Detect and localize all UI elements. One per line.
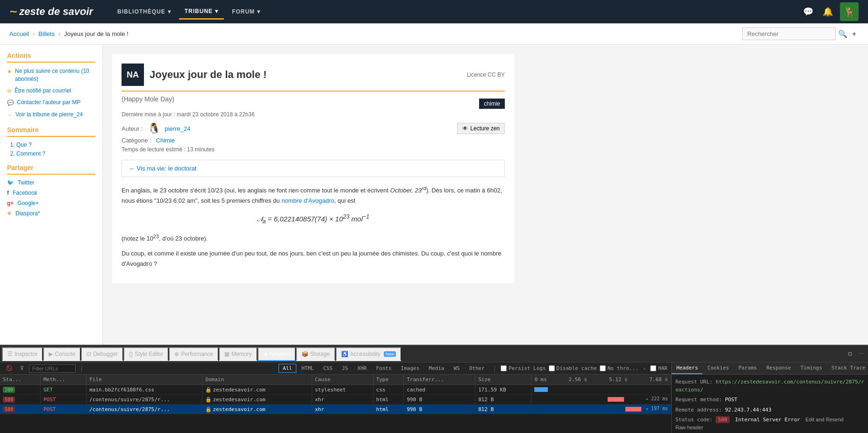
share-twitter[interactable]: 🐦 Twitter bbox=[7, 179, 95, 186]
nav-forum[interactable]: FORUM ▾ bbox=[226, 4, 266, 20]
th-transferred[interactable]: Transferr... bbox=[404, 375, 475, 385]
search-button[interactable]: 🔍 bbox=[836, 27, 850, 41]
chat-icon: 💬 bbox=[7, 99, 14, 107]
performance-icon: ⊕ bbox=[174, 351, 179, 357]
action-mp[interactable]: 💬 Contacter l'auteur par MP bbox=[7, 99, 95, 107]
zen-button[interactable]: 👁 Lecture zen bbox=[457, 123, 505, 134]
tag-chimie[interactable]: chimie bbox=[479, 99, 505, 109]
devtools-close-btn[interactable]: ⋯ bbox=[856, 350, 866, 358]
disable-cache-label[interactable]: Disable cache bbox=[549, 365, 597, 371]
actions-title: Actions bbox=[7, 52, 95, 63]
tab-storage[interactable]: 📦 Storage bbox=[296, 347, 336, 361]
chat-icon-btn[interactable]: 💬 bbox=[801, 4, 816, 19]
tab-network[interactable]: ≋ Network bbox=[258, 347, 296, 361]
toc-item-1[interactable]: Que ? bbox=[16, 142, 95, 148]
article-area: NA Joyeux jour de la mole ! Licence CC B… bbox=[103, 45, 868, 345]
filter-fonts[interactable]: Fonts bbox=[372, 364, 395, 373]
detail-tabs: Headers Cookies Params Response Timings … bbox=[672, 362, 868, 375]
filter-js[interactable]: JS bbox=[337, 364, 352, 373]
persist-logs-label[interactable]: Persist Logs bbox=[501, 365, 545, 371]
prev-nav[interactable]: ← Vis ma vie: le doctorat bbox=[122, 160, 505, 177]
detail-content: Request URL: https://zestedesavoir.com/c… bbox=[672, 375, 868, 433]
th-cause[interactable]: Cause bbox=[312, 375, 373, 385]
th-type[interactable]: Type bbox=[373, 375, 403, 385]
devtools-expand-btn[interactable]: ⊡ bbox=[846, 350, 854, 358]
action-notify[interactable]: ✉ Être notifié par courriel bbox=[7, 87, 95, 95]
network-icon: ≋ bbox=[263, 351, 268, 357]
tab-console[interactable]: ▶ Console bbox=[43, 347, 81, 361]
action-tribune[interactable]: → Voir la tribune de pierre_24 bbox=[7, 111, 95, 119]
add-button[interactable]: + bbox=[850, 28, 859, 41]
filter-xhr[interactable]: XHR bbox=[353, 364, 371, 373]
share-googleplus[interactable]: g+ Google+ bbox=[7, 200, 95, 206]
site-logo[interactable]: ~ zeste de savoir bbox=[9, 4, 93, 19]
detail-tab-response[interactable]: Response bbox=[761, 362, 796, 374]
cell-file: /contenus/suivre/2875/r... bbox=[86, 405, 202, 414]
action-unfollow[interactable]: ★ Ne plus suivre ce contenu (10 abonnés) bbox=[7, 67, 95, 83]
detail-tab-headers[interactable]: Headers bbox=[672, 362, 703, 374]
cell-timeline bbox=[531, 385, 671, 395]
no-throttle-checkbox[interactable] bbox=[600, 365, 606, 371]
filter-images[interactable]: Images bbox=[397, 364, 424, 373]
detail-tab-timings[interactable]: Timings bbox=[796, 362, 826, 374]
har-checkbox[interactable] bbox=[650, 365, 656, 371]
tab-accessibility[interactable]: ♿ Accessibility New bbox=[336, 347, 402, 361]
tab-memory[interactable]: ▦ Memory bbox=[219, 347, 257, 361]
nav-bibliotheque[interactable]: BIBLIOTHÈQUE ▾ bbox=[112, 4, 177, 20]
cell-size: 812 B bbox=[475, 395, 531, 405]
filter-css[interactable]: CSS bbox=[319, 364, 337, 373]
tab-style-editor[interactable]: {} Style Editor bbox=[123, 347, 169, 361]
filter-media[interactable]: Media bbox=[424, 364, 448, 373]
th-status[interactable]: Sta... bbox=[0, 375, 40, 385]
filter-ws[interactable]: WS bbox=[449, 364, 464, 373]
breadcrumb-accueil[interactable]: Accueil bbox=[9, 30, 29, 37]
tab-inspector[interactable]: ☰ Inspector bbox=[2, 347, 43, 361]
breadcrumb-billets[interactable]: Billets bbox=[38, 30, 55, 37]
raw-header-btn[interactable]: Raw header bbox=[675, 425, 703, 430]
googleplus-icon: g+ bbox=[7, 200, 14, 206]
request-method-value: POST bbox=[725, 397, 738, 403]
main-area: Actions ★ Ne plus suivre ce contenu (10 … bbox=[0, 45, 868, 345]
network-table: Sta... Meth... File Domain Cause Type Tr… bbox=[0, 375, 671, 414]
share-diaspora[interactable]: ✳ Diaspora* bbox=[7, 210, 95, 217]
body-p3: Du coup, et comme il existe une journée … bbox=[122, 248, 505, 269]
table-row[interactable]: 500 POST /contenus/suivre/2875/r... 🔒zes… bbox=[0, 405, 671, 414]
har-label[interactable]: HAR bbox=[650, 365, 667, 371]
filter-tabs: All HTML CSS JS XHR Fonts Images Media W… bbox=[279, 364, 489, 373]
filter-url-input[interactable] bbox=[29, 364, 76, 373]
tab-debugger[interactable]: ⊡ Debugger bbox=[81, 347, 123, 361]
filter-all[interactable]: All bbox=[279, 364, 296, 373]
author-link[interactable]: pierre_24 bbox=[165, 125, 191, 132]
th-size[interactable]: Size bbox=[475, 375, 531, 385]
logo-text: zeste de savoir bbox=[19, 6, 93, 18]
tab-performance[interactable]: ⊕ Performance bbox=[169, 347, 219, 361]
nav-tribune[interactable]: TRIBUNE ▾ bbox=[179, 4, 224, 20]
detail-tab-params[interactable]: Params bbox=[734, 362, 762, 374]
twitter-icon: 🐦 bbox=[7, 179, 14, 186]
filter-other[interactable]: Other bbox=[465, 364, 489, 373]
clear-btn[interactable]: 🚫 bbox=[4, 364, 15, 372]
search-input[interactable] bbox=[742, 28, 836, 40]
table-row[interactable]: 500 POST /contenus/suivre/2875/r... 🔒zes… bbox=[0, 395, 671, 405]
filter-toggle-btn[interactable]: ⊽ bbox=[18, 364, 26, 372]
th-domain[interactable]: Domain bbox=[202, 375, 312, 385]
share-facebook[interactable]: f Facebook bbox=[7, 190, 95, 196]
th-method[interactable]: Meth... bbox=[40, 375, 86, 385]
toc-item-2[interactable]: Comment ? bbox=[16, 150, 95, 157]
edit-resend-btn[interactable]: Edit and Resend bbox=[805, 417, 843, 422]
th-timeline[interactable]: 0 ms 2.56 s 5.12 s 7.68 s bbox=[531, 375, 671, 385]
disable-cache-checkbox[interactable] bbox=[549, 365, 555, 371]
avogadro-link[interactable]: nombre d'Avogadro bbox=[281, 197, 334, 204]
filter-html[interactable]: HTML bbox=[297, 364, 318, 373]
facebook-icon: f bbox=[7, 190, 9, 196]
table-row[interactable]: 200 GET main.bb2fcf6108f6.css 🔒zestedesa… bbox=[0, 385, 671, 395]
bell-icon-btn[interactable]: 🔔 bbox=[820, 4, 835, 19]
math-formula: 𝒩a = 6,022140857(74) × 1023 mol−1 bbox=[122, 212, 505, 227]
detail-tab-cookies[interactable]: Cookies bbox=[703, 362, 733, 374]
persist-logs-checkbox[interactable] bbox=[501, 365, 507, 371]
no-throttle-label[interactable]: No thro... bbox=[600, 365, 638, 371]
moose-icon[interactable]: 🦌 bbox=[840, 2, 859, 21]
category-link[interactable]: Chimie bbox=[156, 137, 175, 144]
detail-tab-stack[interactable]: Stack Trace bbox=[827, 362, 868, 374]
th-file[interactable]: File bbox=[86, 375, 202, 385]
